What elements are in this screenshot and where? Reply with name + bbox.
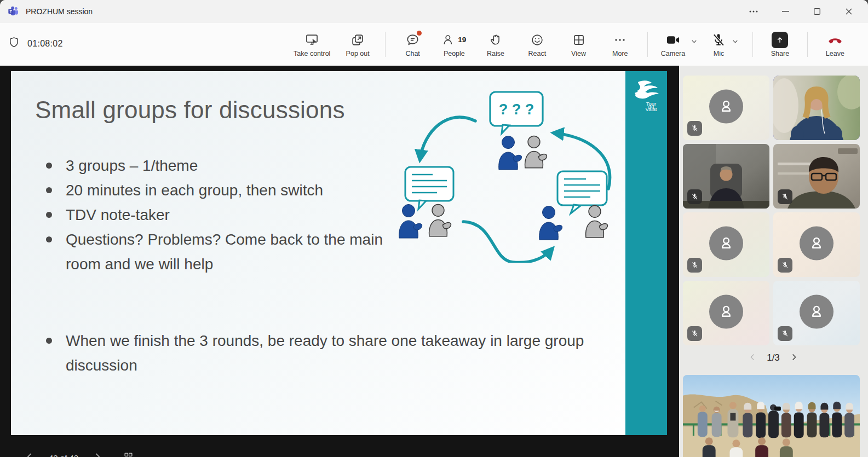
participant-tile-avatar[interactable] bbox=[683, 281, 769, 345]
participant-tile-avatar[interactable] bbox=[773, 281, 860, 345]
mic-muted-badge-icon bbox=[687, 189, 702, 204]
more-icon bbox=[613, 32, 626, 48]
avatar bbox=[800, 227, 833, 261]
mic-muted-badge-icon bbox=[687, 258, 702, 273]
people-count: 19 bbox=[458, 36, 466, 44]
pagination-label: 1/3 bbox=[767, 352, 780, 363]
view-button[interactable]: View bbox=[565, 32, 593, 57]
share-button[interactable]: Share bbox=[766, 32, 794, 57]
timer-value: 01:08:02 bbox=[27, 39, 63, 49]
react-button[interactable]: React bbox=[523, 32, 551, 57]
participants-sidebar: 1/3 bbox=[679, 66, 868, 457]
camera-on-icon bbox=[665, 32, 681, 48]
mic-muted-badge-icon bbox=[778, 326, 792, 341]
chat-icon bbox=[405, 32, 420, 48]
participant-tile-avatar[interactable] bbox=[773, 212, 860, 277]
pagination-next-chevron-icon[interactable] bbox=[790, 353, 798, 363]
mic-muted-badge-icon bbox=[687, 121, 702, 136]
meeting-toolbar: 01:08:02 Take control bbox=[0, 23, 868, 66]
video-feed bbox=[773, 76, 860, 140]
participant-tile-video-group-photo[interactable] bbox=[683, 375, 860, 457]
participant-tile-avatar[interactable] bbox=[683, 212, 769, 277]
tour-du-valat-logo: Tour du Valat bbox=[625, 79, 667, 112]
grid-view-icon[interactable] bbox=[124, 452, 133, 457]
mic-button[interactable]: Mic bbox=[711, 32, 739, 57]
view-grid-icon bbox=[572, 32, 586, 48]
raise-hand-icon bbox=[488, 32, 503, 48]
mic-muted-icon bbox=[711, 32, 726, 48]
participant-tile-video[interactable] bbox=[773, 144, 860, 209]
participant-tile-avatar[interactable] bbox=[683, 76, 769, 140]
take-control-icon bbox=[304, 32, 319, 48]
toolbar-divider bbox=[647, 32, 648, 57]
shared-content-stage: Small groups for discussions 3 groups – … bbox=[0, 66, 679, 457]
logo-text-line: Valat bbox=[625, 106, 667, 112]
slide-bullet: 20 minutes in each group, then switch bbox=[33, 178, 389, 203]
blue-person-figure bbox=[539, 206, 562, 240]
camera-options-chevron-icon[interactable] bbox=[691, 37, 698, 47]
window-more-button[interactable] bbox=[738, 1, 769, 22]
people-button[interactable]: 19 People bbox=[440, 32, 468, 57]
gray-person-figure bbox=[525, 136, 547, 167]
toolbar-divider bbox=[752, 32, 753, 57]
svg-text:? ? ?: ? ? ? bbox=[499, 101, 534, 118]
teams-meeting-window: PROZHUM session 01:08:02 bbox=[0, 0, 868, 457]
avatar bbox=[709, 295, 743, 329]
pop-out-icon bbox=[350, 32, 365, 48]
slide-closing-bullet: When we finish the 3 rounds, be ready to… bbox=[33, 328, 586, 378]
mic-muted-badge-icon bbox=[778, 258, 792, 273]
slide-bullet-list: 3 groups – 1/theme 20 minutes in each gr… bbox=[33, 153, 389, 276]
arrow-top-to-left bbox=[420, 117, 475, 159]
camera-button[interactable]: Camera bbox=[661, 32, 698, 57]
slide-navigation-bar: 43 of 43 bbox=[25, 448, 133, 457]
window-maximize-button[interactable] bbox=[801, 1, 833, 22]
people-icon: 19 bbox=[442, 32, 466, 48]
leave-call-icon bbox=[827, 32, 843, 48]
window-minimize-button[interactable] bbox=[769, 1, 801, 22]
take-control-button[interactable]: Take control bbox=[294, 32, 330, 57]
pagination-prev-chevron-icon[interactable] bbox=[749, 353, 757, 363]
titlebar: PROZHUM session bbox=[0, 0, 868, 23]
video-feed bbox=[683, 375, 860, 457]
mic-muted-badge-icon bbox=[687, 326, 702, 341]
arrow-left-to-right bbox=[463, 222, 552, 263]
slide-bullet: 3 groups – 1/theme bbox=[33, 153, 389, 178]
participant-tile-video-speaking[interactable] bbox=[773, 76, 860, 140]
more-button[interactable]: More bbox=[606, 32, 634, 57]
shield-icon bbox=[8, 36, 20, 51]
leave-button[interactable]: Leave bbox=[821, 32, 849, 57]
gray-person-figure bbox=[586, 205, 608, 237]
window-title: PROZHUM session bbox=[26, 7, 93, 16]
discussion-cycle-diagram: ? ? ? bbox=[367, 79, 624, 263]
next-slide-chevron-icon[interactable] bbox=[93, 452, 102, 457]
slide-accent-band: Tour du Valat bbox=[625, 71, 667, 435]
slide-page-indicator: 43 of 43 bbox=[49, 453, 78, 457]
participants-pagination: 1/3 bbox=[683, 349, 864, 367]
slide-title: Small groups for discussions bbox=[35, 96, 345, 124]
avatar bbox=[800, 295, 833, 329]
chat-speech-bubble-left bbox=[405, 167, 453, 209]
window-close-button[interactable] bbox=[833, 1, 865, 22]
toolbar-divider bbox=[385, 32, 386, 57]
mic-muted-badge-icon bbox=[778, 189, 792, 204]
slide-bullet: Questions? Problems? Come back to the ma… bbox=[33, 227, 389, 276]
teams-logo-icon bbox=[8, 5, 19, 19]
react-smiley-icon bbox=[530, 32, 544, 48]
gray-person-figure bbox=[429, 204, 451, 236]
chat-button[interactable]: Chat bbox=[399, 32, 427, 57]
meeting-timer: 01:08:02 bbox=[8, 36, 63, 51]
share-active-icon bbox=[772, 32, 788, 48]
previous-slide-chevron-icon[interactable] bbox=[25, 452, 35, 457]
raise-hand-button[interactable]: Raise bbox=[481, 32, 510, 57]
presentation-slide: Small groups for discussions 3 groups – … bbox=[11, 71, 667, 435]
participant-tile-video[interactable] bbox=[683, 144, 769, 209]
pop-out-button[interactable]: Pop out bbox=[343, 32, 372, 57]
question-speech-bubble: ? ? ? bbox=[490, 92, 543, 134]
slide-bullet: TDV note-taker bbox=[33, 203, 389, 227]
avatar bbox=[709, 90, 743, 124]
avatar bbox=[709, 227, 743, 261]
blue-person-figure bbox=[499, 136, 522, 170]
toolbar-divider bbox=[807, 32, 808, 57]
chat-notification-dot bbox=[417, 31, 422, 36]
mic-options-chevron-icon[interactable] bbox=[732, 37, 739, 47]
